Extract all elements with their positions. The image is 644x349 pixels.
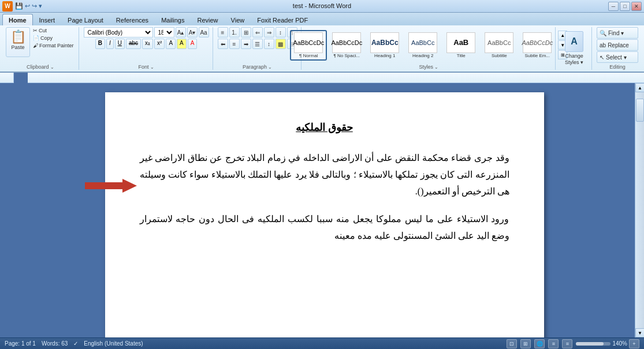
save-icon[interactable]: 💾	[15, 2, 23, 10]
undo-icon[interactable]: ↩	[25, 2, 30, 10]
align-center-button[interactable]: ≡	[229, 39, 240, 49]
bold-button[interactable]: B	[95, 39, 105, 49]
shrink-font-button[interactable]: A▾	[187, 27, 198, 37]
copy-button[interactable]: 📄 Copy	[32, 35, 75, 42]
change-styles-button[interactable]: A ChangeStyles ▾	[560, 29, 588, 67]
editing-label: Editing	[609, 63, 626, 70]
tab-home[interactable]: Home	[2, 14, 33, 25]
tab-foxit[interactable]: Foxit Reader PDF	[251, 14, 314, 25]
subscript-button[interactable]: x₂	[142, 39, 153, 49]
view-fullscreen-button[interactable]: ⊞	[520, 339, 531, 348]
view-web-button[interactable]: 🌐	[534, 339, 545, 348]
italic-button[interactable]: I	[106, 39, 114, 49]
tab-insert[interactable]: Insert	[33, 14, 62, 25]
window-controls: ─ □ ✕	[608, 2, 642, 11]
strikethrough-button[interactable]: abc	[126, 39, 141, 49]
view-draft-button[interactable]: ≡	[562, 339, 572, 348]
office-logo[interactable]: W	[2, 1, 13, 12]
tab-mailings[interactable]: Mailings	[155, 14, 191, 25]
font-controls: Calibri (Body) 18 A▴ A▾ Aa B I U abc x₂ …	[84, 27, 209, 63]
document-page: حقوق الملكيه وقد جرى قضاء محكمة النقض عل…	[105, 92, 544, 337]
style-normal[interactable]: AaBbCcDc ¶ Normal	[290, 30, 327, 61]
select-button[interactable]: ↖ Select ▾	[597, 51, 638, 63]
word-count: Words: 63	[42, 340, 68, 347]
scroll-up-button[interactable]: ▲	[635, 83, 644, 92]
style-heading2-label: Heading 2	[412, 53, 433, 58]
style-no-spacing[interactable]: AaBbCcDc ¶ No Spaci...	[328, 30, 365, 61]
styles-expand-btn[interactable]: ⌄	[434, 65, 438, 70]
style-subtle-em-label: Subtle Em...	[524, 53, 550, 58]
language-display[interactable]: English (United States)	[84, 340, 143, 347]
window-title: test - Microsoft Word	[293, 2, 351, 9]
style-heading2[interactable]: AaBbCc Heading 2	[404, 30, 441, 61]
scroll-down-button[interactable]: ▼	[635, 328, 644, 337]
font-name-select[interactable]: Calibri (Body)	[84, 27, 153, 37]
numbering-button[interactable]: 1.	[229, 27, 240, 37]
multilevel-button[interactable]: ⊞	[241, 27, 251, 37]
underline-button[interactable]: U	[115, 39, 125, 49]
para-row2: ⬅ ≡ ➡ ☰ ↕ ▩ ⊞	[218, 39, 297, 49]
tab-references[interactable]: References	[110, 14, 155, 25]
font-expand[interactable]: ⌄	[150, 65, 154, 70]
align-right-button[interactable]: ➡	[241, 39, 251, 49]
vertical-scrollbar[interactable]: ▲ ▼	[635, 83, 644, 337]
dropdown-icon[interactable]: ▾	[39, 2, 42, 10]
zoom-slider[interactable]	[576, 342, 611, 346]
document-paragraph-2: ورود الاستيلاء على ما ليس مملوكا يجعل من…	[140, 211, 509, 245]
style-subtitle[interactable]: AaBbCc Subtitle	[481, 30, 518, 61]
highlight-button[interactable]: A	[177, 39, 187, 49]
paragraph-label: Paragraph ⌄	[243, 63, 272, 70]
minimize-button[interactable]: ─	[608, 2, 619, 11]
style-title-preview: AaB	[446, 32, 475, 53]
svg-marker-1	[85, 179, 137, 193]
tab-page-layout[interactable]: Page Layout	[61, 14, 110, 25]
align-left-button[interactable]: ⬅	[218, 39, 228, 49]
tab-view[interactable]: View	[225, 14, 251, 25]
document-container[interactable]: حقوق الملكيه وقد جرى قضاء محكمة النقض عل…	[14, 83, 635, 337]
view-outline-button[interactable]: ≡	[548, 339, 559, 348]
zoom-info: 140% +	[576, 339, 639, 348]
replace-button[interactable]: ab Replace	[597, 39, 638, 51]
scroll-thumb[interactable]	[636, 99, 644, 122]
change-styles-group: A ChangeStyles ▾	[557, 27, 592, 70]
zoom-in-button[interactable]: +	[629, 339, 639, 348]
ruler-corner	[0, 73, 14, 83]
close-button[interactable]: ✕	[631, 2, 642, 11]
view-print-button[interactable]: ⊡	[507, 339, 517, 348]
shading-button[interactable]: ▩	[276, 39, 286, 49]
clipboard-expand[interactable]: ⌄	[50, 65, 54, 70]
font-color-button[interactable]: A	[188, 39, 198, 49]
paragraph-expand[interactable]: ⌄	[268, 65, 272, 70]
decrease-indent-button[interactable]: ⇐	[252, 27, 263, 37]
bullets-button[interactable]: ≡	[218, 27, 228, 37]
find-button[interactable]: 🔍 Find ▾	[597, 27, 638, 39]
spell-check-icon[interactable]: ✓	[73, 340, 78, 347]
quick-access-toolbar: 💾 ↩ ↪ ▾	[15, 2, 42, 10]
zoom-level[interactable]: 140%	[612, 340, 627, 347]
grow-font-button[interactable]: A▴	[176, 27, 186, 37]
redo-icon[interactable]: ↪	[32, 2, 37, 10]
scroll-track[interactable]	[635, 92, 644, 328]
style-heading1[interactable]: AaBbCc Heading 1	[366, 30, 403, 61]
tab-review[interactable]: Review	[191, 14, 224, 25]
font-size-select[interactable]: 18	[154, 27, 174, 37]
clipboard-small-buttons: ✂ Cut 📄 Copy 🖌 Format Painter	[32, 27, 75, 57]
style-title[interactable]: AaB Title	[442, 30, 479, 61]
superscript-button[interactable]: x²	[154, 39, 165, 49]
format-painter-button[interactable]: 🖌 Format Painter	[32, 42, 75, 49]
svg-rect-0	[28, 73, 644, 83]
clear-format-button[interactable]: Aa	[199, 27, 209, 37]
line-spacing-button[interactable]: ↕	[264, 39, 274, 49]
cut-button[interactable]: ✂ Cut	[32, 27, 75, 34]
editing-group: 🔍 Find ▾ ab Replace ↖ Select ▾ Editing	[593, 27, 642, 70]
style-subtle-em[interactable]: AaBbCcDc Subtle Em...	[519, 30, 556, 61]
increase-indent-button[interactable]: ⇒	[264, 27, 274, 37]
text-effects-button[interactable]: A	[166, 39, 176, 49]
sort-button[interactable]: ↕	[276, 27, 286, 37]
find-label: Find ▾	[608, 30, 624, 36]
maximize-button[interactable]: □	[620, 2, 630, 11]
style-normal-preview: AaBbCcDc	[294, 32, 323, 53]
justify-button[interactable]: ☰	[252, 39, 263, 49]
paste-button[interactable]: 📋 Paste	[6, 27, 30, 57]
status-bar: Page: 1 of 1 Words: 63 ✓ English (United…	[0, 337, 644, 349]
